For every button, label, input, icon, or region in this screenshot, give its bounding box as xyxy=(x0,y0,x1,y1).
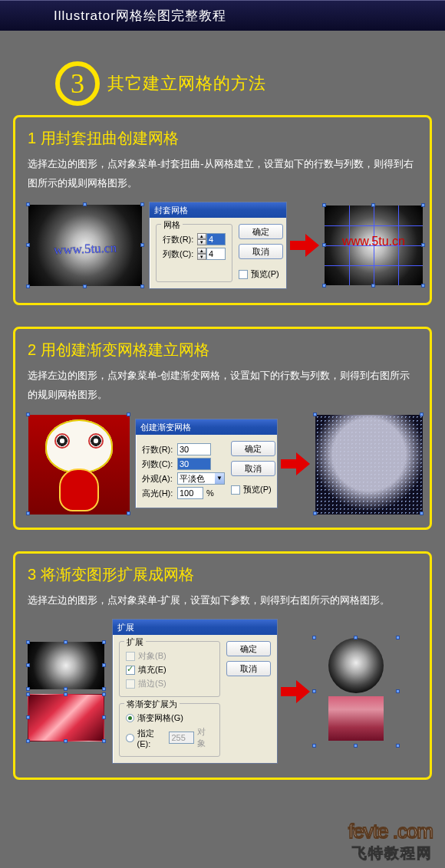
cartoon-image xyxy=(28,415,130,515)
card1-result-thumb: www.5tu.cn xyxy=(324,205,424,286)
fill-label: 填充(E) xyxy=(138,664,166,676)
specify-input: 255 xyxy=(169,732,194,744)
highlight-input[interactable]: 100 xyxy=(177,487,203,499)
fieldset-legend: 网格 xyxy=(161,219,183,231)
specify-radio[interactable] xyxy=(126,734,134,742)
cancel-button[interactable]: 取消 xyxy=(226,661,271,676)
cols-input[interactable]: 4 xyxy=(206,248,226,260)
rows-input[interactable]: 30 xyxy=(177,443,211,455)
cols-label: 列数(C): xyxy=(142,459,177,470)
card2-source-thumb xyxy=(28,414,129,514)
rows-spinner[interactable]: ▴▾ xyxy=(197,233,206,245)
method-card-2: 2 用创建渐变网格建立网格 选择左边的图形，点对象菜单-创建渐变网格，设置如下的… xyxy=(13,327,432,529)
arrow-icon xyxy=(290,234,321,257)
cols-input[interactable]: 30 xyxy=(177,458,211,470)
window-titlebar: Illustrator网格绘图完整教程 xyxy=(0,0,445,31)
rows-input[interactable]: 4 xyxy=(206,233,226,245)
footer-brand: fevte .com xyxy=(348,820,433,843)
preview-checkbox[interactable] xyxy=(231,485,240,495)
cols-spinner[interactable]: ▴▾ xyxy=(197,248,206,260)
appearance-label: 外观(A): xyxy=(142,473,177,485)
mesh-radio[interactable] xyxy=(126,714,134,722)
brand-com: com xyxy=(397,820,433,843)
mesh-label: 渐变网格(G) xyxy=(137,712,183,724)
expand-dialog: 扩展 扩展 对象(B) 填充(E) xyxy=(112,619,278,764)
card2-title: 2 用创建渐变网格建立网格 xyxy=(28,340,417,360)
preview-checkbox[interactable] xyxy=(239,270,248,279)
specify-unit: 对象 xyxy=(197,726,213,749)
card3-source-stack xyxy=(28,642,104,741)
specify-label: 指定(E): xyxy=(137,728,166,748)
ok-button[interactable]: 确定 xyxy=(231,441,275,456)
cancel-button[interactable]: 取消 xyxy=(231,461,275,476)
mesh-result-image xyxy=(315,415,423,515)
red-gradient-thumb xyxy=(28,694,104,741)
fill-checkbox[interactable] xyxy=(126,666,135,675)
section-header: 3 其它建立网格的方法 xyxy=(55,61,445,106)
section-title: 其它建立网格的方法 xyxy=(107,72,266,95)
brand-text: fevte xyxy=(348,820,387,843)
cancel-button[interactable]: 取消 xyxy=(239,244,283,259)
object-label: 对象(B) xyxy=(138,650,166,662)
card3-row: 扩展 扩展 对象(B) 填充(E) xyxy=(28,619,417,764)
percent-label: % xyxy=(206,488,214,498)
card1-row: www.5tu.cn 封套网格 网格 行数(R): ▴▾ 4 xyxy=(28,202,417,289)
dialog-titlebar: 扩展 xyxy=(113,620,277,635)
rows-label: 行数(R): xyxy=(163,234,198,245)
preview-label: 预览(P) xyxy=(251,268,279,280)
envelope-mesh-dialog: 封套网格 网格 行数(R): ▴▾ 4 列数(C): ▴▾ 4 xyxy=(149,202,287,289)
window-title: Illustrator网格绘图完整教程 xyxy=(54,7,226,25)
page: Illustrator网格绘图完整教程 3 其它建立网格的方法 1 用封套扭曲创… xyxy=(0,0,445,868)
gradient-mesh-dialog: 创建渐变网格 行数(R): 30 列数(C): 30 外观(A): xyxy=(135,419,278,508)
appearance-value: 平淡色 xyxy=(180,473,205,484)
card3-desc: 选择左边的图形，点对象菜单-扩展，设置如下参数，则得到右图所示的网格图形。 xyxy=(28,591,417,610)
method-card-1: 1 用封套扭曲创建网格 选择左边的图形，点对象菜单-封套扭曲-从网格建立，设置如… xyxy=(13,115,432,305)
footer: fevte .com 飞特教程网 xyxy=(348,820,433,863)
appearance-select[interactable]: 平淡色 ▼ xyxy=(177,472,225,485)
expand-legend: 扩展 xyxy=(124,636,146,648)
ok-button[interactable]: 确定 xyxy=(239,224,283,239)
stroke-checkbox xyxy=(126,679,135,689)
card1-desc: 选择左边的图形，点对象菜单-封套扭曲-从网格建立，设置如下的行数与列数，则得到右… xyxy=(28,155,417,192)
card2-result-thumb xyxy=(315,414,422,514)
circle-mesh-result xyxy=(328,638,384,693)
dialog-titlebar: 封套网格 xyxy=(150,202,286,218)
red-mesh-result xyxy=(328,696,384,741)
card1-title: 1 用封套扭曲创建网格 xyxy=(28,128,417,149)
footer-cn: 飞特教程网 xyxy=(348,843,433,863)
card2-row: 创建渐变网格 行数(R): 30 列数(C): 30 外观(A): xyxy=(28,414,417,514)
watermark-text: www.5tu.cn xyxy=(342,235,405,248)
section-number-badge: 3 xyxy=(55,61,100,106)
preview-label: 预览(P) xyxy=(243,484,272,495)
arrow-icon xyxy=(281,680,312,703)
card2-desc: 选择左边的图形，点对象菜单-创建渐变网格，设置如下的行数与列数，则得到右图所示的… xyxy=(28,367,417,404)
watermark-text: www.5tu.cn xyxy=(54,240,117,258)
stroke-label: 描边(S) xyxy=(138,678,166,689)
card1-source-thumb: www.5tu.cn xyxy=(28,204,143,287)
card3-result-stack xyxy=(315,638,397,745)
card3-title: 3 将渐变图形扩展成网格 xyxy=(28,564,417,585)
cols-label: 列数(C): xyxy=(163,248,198,260)
highlight-label: 高光(H): xyxy=(142,488,177,499)
chevron-down-icon: ▼ xyxy=(215,473,224,484)
glow-square-thumb xyxy=(28,642,104,689)
method-card-3: 3 将渐变图形扩展成网格 选择左边的图形，点对象菜单-扩展，设置如下参数，则得到… xyxy=(13,551,432,781)
expand-gradient-legend: 将渐变扩展为 xyxy=(124,699,180,710)
ok-button[interactable]: 确定 xyxy=(226,641,271,656)
arrow-icon xyxy=(281,452,312,475)
dialog-titlebar: 创建渐变网格 xyxy=(136,419,277,435)
object-checkbox xyxy=(126,652,135,661)
rows-label: 行数(R): xyxy=(142,444,177,455)
